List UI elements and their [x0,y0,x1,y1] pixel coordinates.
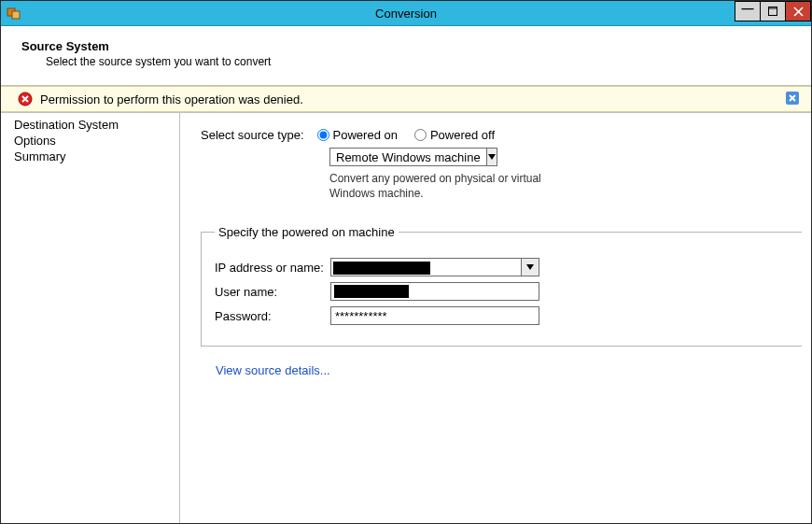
ip-address-combo[interactable] [330,258,539,276]
ip-label: IP address or name: [215,261,330,275]
radio-powered-on-input[interactable] [317,129,329,141]
page-subtitle: Select the source system you want to con… [21,53,811,68]
sidebar-item-destination[interactable]: Destination System [14,117,179,133]
error-close-button[interactable] [785,91,800,106]
radio-powered-off[interactable]: Powered off [414,128,495,142]
svg-marker-13 [526,264,534,270]
source-type-combo-value: Remote Windows machine [330,150,486,164]
chevron-down-icon[interactable] [521,259,539,276]
error-banner: Permission to perform this operation was… [1,86,811,112]
source-type-hint: Convert any powered on physical or virtu… [329,172,802,201]
window-title: Conversion [1,7,811,21]
svg-rect-1 [12,11,20,19]
source-type-label: Select source type: [201,128,304,142]
username-label: User name: [215,285,330,299]
ip-address-redacted [333,262,430,275]
wizard-steps-sidebar: Destination System Options Summary [1,113,180,523]
sidebar-item-options[interactable]: Options [14,133,179,149]
wizard-body: Destination System Options Summary Selec… [1,112,811,523]
page-title: Source System [21,39,811,53]
radio-powered-on-label: Powered on [333,128,398,142]
radio-powered-on[interactable]: Powered on [317,128,398,142]
conversion-window: Conversion — Source System Select the so… [0,0,812,524]
view-source-details-link[interactable]: View source details... [216,363,330,377]
specify-machine-legend: Specify the powered on machine [215,225,399,239]
svg-marker-12 [488,154,496,160]
chevron-down-icon[interactable] [486,149,497,165]
source-type-combo[interactable]: Remote Windows machine [329,148,497,166]
sidebar-item-summary[interactable]: Summary [14,149,179,164]
radio-powered-off-input[interactable] [414,129,427,141]
minimize-button[interactable]: — [735,1,761,21]
main-panel: Select source type: Powered on Powered o… [180,113,811,523]
wizard-header: Source System Select the source system y… [1,26,811,85]
close-button[interactable] [785,1,811,21]
error-icon [18,92,33,106]
error-message: Permission to perform this operation was… [40,92,303,106]
password-field[interactable] [330,306,539,325]
window-buttons: — [735,1,811,21]
maximize-button[interactable] [760,1,786,21]
ip-address-value [331,259,521,276]
password-label: Password: [215,309,330,323]
specify-machine-fieldset: Specify the powered on machine IP addres… [201,225,802,347]
username-redacted [334,285,409,298]
radio-powered-off-label: Powered off [430,128,495,142]
app-icon [7,6,21,21]
titlebar: Conversion — [1,1,811,26]
